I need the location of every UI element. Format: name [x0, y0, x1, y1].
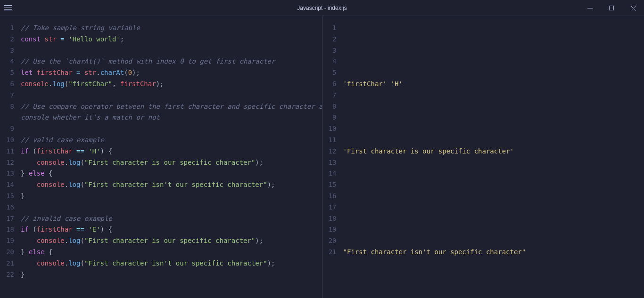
window-controls — [579, 0, 644, 16]
code-content-right[interactable]: 'firstChar' 'H''First character is our s… — [343, 16, 644, 298]
titlebar: Javascript - index.js — [0, 0, 644, 16]
close-button[interactable] — [622, 0, 644, 16]
code-content-left[interactable]: // Take sample string variableconst str … — [21, 16, 322, 298]
line-gutter-left: 12345678910111213141516171819202122 — [0, 16, 21, 298]
line-gutter-right: 123456789101112131415161718192021 — [322, 16, 343, 298]
menu-icon[interactable] — [0, 0, 16, 16]
svg-rect-1 — [609, 6, 613, 10]
editor-area: 12345678910111213141516171819202122 // T… — [0, 16, 644, 298]
window-title: Javascript - index.js — [297, 5, 347, 11]
output-pane[interactable]: 123456789101112131415161718192021 'first… — [322, 16, 644, 298]
code-pane[interactable]: 12345678910111213141516171819202122 // T… — [0, 16, 322, 298]
minimize-button[interactable] — [579, 0, 601, 16]
maximize-button[interactable] — [601, 0, 622, 16]
